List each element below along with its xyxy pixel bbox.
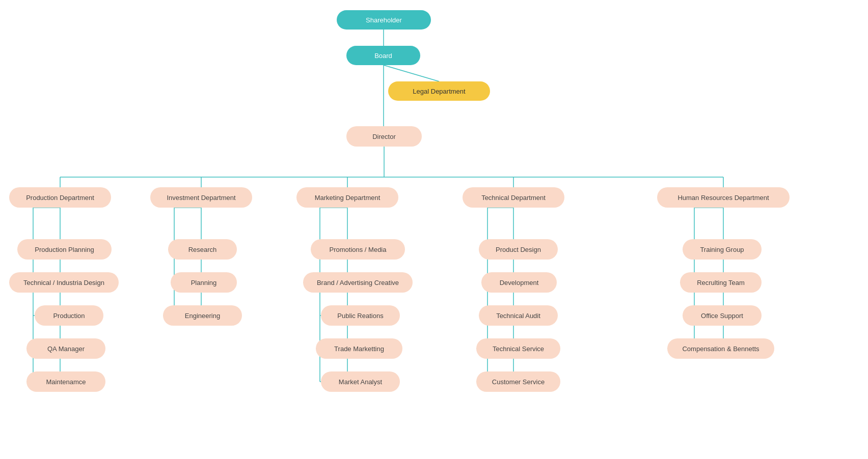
node-trade_mkt: Trade Marketting [316, 338, 402, 359]
node-training: Training Group [683, 239, 762, 260]
node-production: Production [35, 305, 103, 326]
node-planning: Planning [171, 272, 237, 293]
node-tech_service: Technical Service [476, 338, 560, 359]
node-hr_dept: Human Resources Department [657, 187, 790, 208]
node-cust_service: Customer Service [476, 371, 560, 392]
node-invest_dept: Investment Department [150, 187, 252, 208]
node-research: Research [168, 239, 237, 260]
node-qa_mgr: QA Manager [26, 338, 105, 359]
node-brand_adv: Brand / Advertising Creative [303, 272, 413, 293]
node-recruiting: Recrulting Team [680, 272, 762, 293]
node-shareholder: Shareholder [337, 10, 431, 30]
node-board: Board [346, 46, 420, 65]
node-legal: Legal Department [388, 81, 490, 101]
node-mkt_dept: Marketing Department [296, 187, 398, 208]
node-development: Development [481, 272, 557, 293]
node-mkt_analyst: Market Analyst [321, 371, 400, 392]
node-prod_dept: Production Department [9, 187, 111, 208]
connectors-svg [0, 0, 868, 459]
node-engineering: Engineering [163, 305, 242, 326]
node-director: Director [346, 126, 422, 147]
node-promo_media: Promotions / Media [311, 239, 405, 260]
org-chart: ShareholderBoardLegal DepartmentDirector… [0, 0, 868, 459]
svg-line-1 [384, 65, 439, 81]
node-maint: Maintenamce [26, 371, 105, 392]
node-tech_ind: Technical / Industria Design [9, 272, 119, 293]
node-office_sup: Office Support [683, 305, 762, 326]
node-pub_rel: Public Reations [321, 305, 400, 326]
node-tech_dept: Technical Department [463, 187, 564, 208]
node-prod_plan: Production Planning [17, 239, 112, 260]
node-prod_design: Product Design [479, 239, 558, 260]
node-comp_ben: Compensation & Bennetts [667, 338, 774, 359]
node-tech_audit: Technical Audit [479, 305, 558, 326]
